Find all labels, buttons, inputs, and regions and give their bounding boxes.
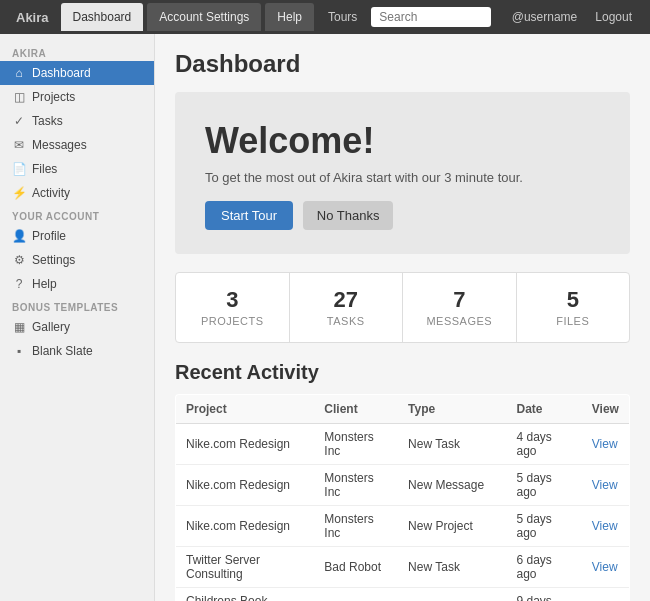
- sidebar-item-files-label: Files: [32, 162, 57, 176]
- projects-icon: ◫: [12, 90, 26, 104]
- cell-type: New Message: [398, 465, 506, 506]
- search-input[interactable]: [371, 7, 491, 27]
- cell-date: 4 days ago: [506, 424, 581, 465]
- sidebar-item-dashboard-label: Dashboard: [32, 66, 91, 80]
- sidebar-item-settings[interactable]: ⚙ Settings: [0, 248, 154, 272]
- top-nav: Akira Dashboard Account Settings Help To…: [0, 0, 650, 34]
- cell-client: Monsters Inc: [314, 424, 398, 465]
- sidebar-item-gallery-label: Gallery: [32, 320, 70, 334]
- page-title: Dashboard: [175, 50, 630, 78]
- col-project: Project: [176, 395, 315, 424]
- logout-button[interactable]: Logout: [585, 10, 642, 24]
- welcome-text: To get the most out of Akira start with …: [205, 170, 600, 185]
- tab-account-settings[interactable]: Account Settings: [147, 3, 261, 31]
- cell-view[interactable]: View: [582, 547, 630, 588]
- messages-icon: ✉: [12, 138, 26, 152]
- view-link[interactable]: View: [592, 560, 618, 574]
- stat-files-number: 5: [533, 287, 614, 313]
- col-client: Client: [314, 395, 398, 424]
- profile-icon: 👤: [12, 229, 26, 243]
- sidebar-item-projects-label: Projects: [32, 90, 75, 104]
- sidebar-item-blank-slate-label: Blank Slate: [32, 344, 93, 358]
- cell-type: New Task: [398, 424, 506, 465]
- view-link[interactable]: View: [592, 478, 618, 492]
- sidebar-section-account: Your Account: [0, 205, 154, 224]
- sidebar-item-profile[interactable]: 👤 Profile: [0, 224, 154, 248]
- stats-row: 3 PROJECTS 27 TASKS 7 MESSAGES 5 FILES: [175, 272, 630, 343]
- cell-client: Evil Genius: [314, 588, 398, 602]
- start-tour-button[interactable]: Start Tour: [205, 201, 293, 230]
- cell-view[interactable]: View: [582, 424, 630, 465]
- sidebar-item-projects[interactable]: ◫ Projects: [0, 85, 154, 109]
- sidebar: Akira ⌂ Dashboard ◫ Projects ✓ Tasks ✉ M…: [0, 34, 155, 601]
- brand-logo: Akira: [8, 10, 57, 25]
- sidebar-section-akira: Akira: [0, 42, 154, 61]
- settings-icon: ⚙: [12, 253, 26, 267]
- sidebar-item-help-label: Help: [32, 277, 57, 291]
- top-nav-right: @username Logout: [512, 10, 642, 24]
- stat-tasks: 27 TASKS: [290, 273, 404, 342]
- stat-files: 5 FILES: [517, 273, 630, 342]
- view-link[interactable]: View: [592, 437, 618, 451]
- tab-help[interactable]: Help: [265, 3, 314, 31]
- blank-slate-icon: ▪: [12, 344, 26, 358]
- cell-type: New Message: [398, 588, 506, 602]
- cell-view[interactable]: View: [582, 465, 630, 506]
- cell-view[interactable]: View: [582, 588, 630, 602]
- cell-date: 5 days ago: [506, 465, 581, 506]
- sidebar-item-gallery[interactable]: ▦ Gallery: [0, 315, 154, 339]
- stat-projects: 3 PROJECTS: [176, 273, 290, 342]
- welcome-box: Welcome! To get the most out of Akira st…: [175, 92, 630, 254]
- welcome-title: Welcome!: [205, 120, 600, 162]
- table-row: Nike.com Redesign Monsters Inc New Messa…: [176, 465, 630, 506]
- recent-activity-title: Recent Activity: [175, 361, 630, 384]
- sidebar-item-activity[interactable]: ⚡ Activity: [0, 181, 154, 205]
- col-view: View: [582, 395, 630, 424]
- sidebar-item-dashboard[interactable]: ⌂ Dashboard: [0, 61, 154, 85]
- sidebar-item-files[interactable]: 📄 Files: [0, 157, 154, 181]
- cell-project: Nike.com Redesign: [176, 506, 315, 547]
- sidebar-item-blank-slate[interactable]: ▪ Blank Slate: [0, 339, 154, 363]
- stat-tasks-number: 27: [306, 287, 387, 313]
- activity-icon: ⚡: [12, 186, 26, 200]
- cell-date: 5 days ago: [506, 506, 581, 547]
- sidebar-item-help[interactable]: ? Help: [0, 272, 154, 296]
- gallery-icon: ▦: [12, 320, 26, 334]
- table-row: Nike.com Redesign Monsters Inc New Task …: [176, 424, 630, 465]
- username-label: @username: [512, 10, 578, 24]
- cell-view[interactable]: View: [582, 506, 630, 547]
- tab-dashboard[interactable]: Dashboard: [61, 3, 144, 31]
- col-date: Date: [506, 395, 581, 424]
- stat-projects-label: PROJECTS: [201, 315, 264, 327]
- table-row: Twitter Server Consulting Bad Robot New …: [176, 547, 630, 588]
- sidebar-item-activity-label: Activity: [32, 186, 70, 200]
- home-icon: ⌂: [12, 66, 26, 80]
- sidebar-item-profile-label: Profile: [32, 229, 66, 243]
- sidebar-item-settings-label: Settings: [32, 253, 75, 267]
- sidebar-item-messages-label: Messages: [32, 138, 87, 152]
- stat-projects-number: 3: [192, 287, 273, 313]
- sidebar-item-tasks-label: Tasks: [32, 114, 63, 128]
- cell-project: Nike.com Redesign: [176, 465, 315, 506]
- tours-menu[interactable]: Tours: [318, 10, 367, 24]
- sidebar-item-tasks[interactable]: ✓ Tasks: [0, 109, 154, 133]
- tasks-icon: ✓: [12, 114, 26, 128]
- stat-tasks-label: TASKS: [327, 315, 365, 327]
- no-thanks-button[interactable]: No Thanks: [303, 201, 394, 230]
- cell-date: 6 days ago: [506, 547, 581, 588]
- view-link[interactable]: View: [592, 519, 618, 533]
- files-icon: 📄: [12, 162, 26, 176]
- sidebar-section-bonus: Bonus Templates: [0, 296, 154, 315]
- stat-messages: 7 MESSAGES: [403, 273, 517, 342]
- help-icon: ?: [12, 277, 26, 291]
- cell-client: Monsters Inc: [314, 465, 398, 506]
- main-content: Dashboard Welcome! To get the most out o…: [155, 34, 650, 601]
- stat-messages-number: 7: [419, 287, 500, 313]
- cell-client: Monsters Inc: [314, 506, 398, 547]
- col-type: Type: [398, 395, 506, 424]
- cell-type: New Project: [398, 506, 506, 547]
- stat-files-label: FILES: [556, 315, 589, 327]
- cell-project: Nike.com Redesign: [176, 424, 315, 465]
- sidebar-item-messages[interactable]: ✉ Messages: [0, 133, 154, 157]
- cell-project: Childrens Book Illustration: [176, 588, 315, 602]
